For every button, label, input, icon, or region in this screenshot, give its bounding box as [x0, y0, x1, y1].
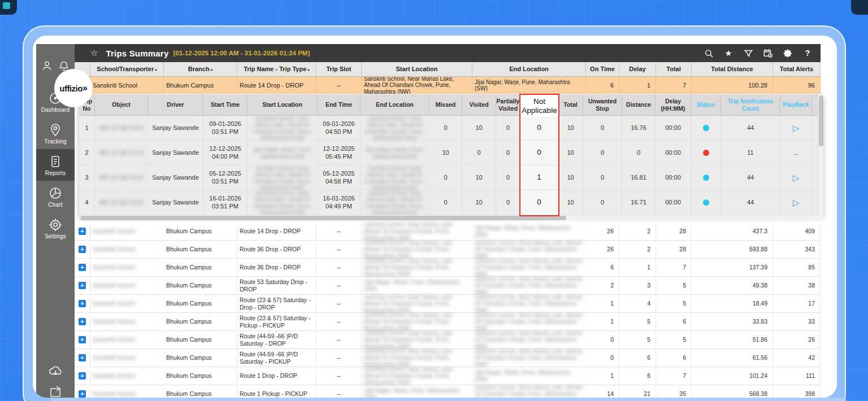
detail-table-row[interactable]: 2 MH 12 QE 5114 Sanjay Sawande 12-12-202… — [79, 141, 823, 165]
total-cell: 5 — [656, 295, 692, 312]
trip-name-cell: Route 36 Drop - DROP — [237, 259, 316, 276]
dh-status[interactable]: Status — [691, 94, 721, 115]
expand-button[interactable]: + — [79, 264, 86, 271]
gear-icon[interactable] — [783, 48, 793, 58]
date-range[interactable]: [01-12-2025 12:00 AM - 31-01-2026 01:24 … — [173, 50, 310, 56]
play-icon[interactable] — [793, 173, 800, 182]
expand-button[interactable]: + — [79, 318, 86, 325]
detail-table-row[interactable]: 3 MH 12 QE 5114 Sanjay Sawande 05-12-202… — [79, 165, 823, 190]
header-end-location[interactable]: End Location — [472, 62, 586, 76]
status-cell — [691, 116, 721, 140]
header-trip-name[interactable]: Trip Name - Trip Type▴ — [237, 62, 316, 76]
end-location-cell: Sanskriti School, Near Manas Lake, Ahead… — [472, 313, 586, 330]
header-on-time[interactable]: On Time — [586, 62, 619, 76]
play-icon[interactable] — [794, 149, 798, 157]
dh-missed[interactable]: Missed — [429, 94, 462, 115]
summary-table-row[interactable]: + Sanskriti School Bhukum Campus Route (… — [75, 349, 821, 367]
dh-trip-notification-count[interactable]: Trip Notification Count — [721, 94, 780, 115]
tracking-icon — [36, 123, 75, 137]
sidebar-item-chart[interactable]: Chart — [36, 181, 75, 212]
expand-button[interactable]: + — [79, 390, 86, 398]
expand-button[interactable]: + — [79, 336, 86, 343]
search-icon[interactable] — [704, 48, 714, 58]
user-icon[interactable] — [41, 60, 53, 73]
share-icon[interactable] — [49, 391, 62, 398]
filter-icon[interactable] — [743, 48, 753, 58]
header-school-transporter[interactable]: School/Transporter▴ — [90, 62, 164, 76]
dh-partially-visited[interactable]: Partially Visited — [496, 94, 520, 115]
scrollbar-thumb[interactable] — [80, 216, 566, 220]
notification-count-cell: 11 — [721, 141, 780, 165]
sidebar-item-tracking[interactable]: Tracking — [36, 117, 75, 149]
expand-button[interactable]: + — [79, 300, 86, 307]
school-cell: Sanskriti School — [90, 367, 164, 385]
dh-playback[interactable]: PlayBack — [780, 94, 812, 115]
summary-table-row[interactable]: + Sanskriti School Bhukum Campus Route 1… — [75, 223, 821, 241]
expand-button[interactable]: + — [79, 228, 86, 235]
header-trip-slot[interactable]: Trip Slot — [316, 62, 362, 76]
dh-end-time[interactable]: End Time — [318, 94, 361, 115]
sidebar-item-settings[interactable]: Settings — [36, 212, 75, 244]
summary-rows: + Sanskriti School Bhukum Campus Route 1… — [75, 223, 821, 398]
playback-cell[interactable] — [780, 165, 812, 190]
expand-button[interactable]: + — [79, 282, 86, 289]
header-total-distance[interactable]: Total Distance — [692, 62, 773, 76]
summary-table-row[interactable]: + Sanskriti School Bhukum Campus Route (… — [75, 295, 821, 313]
header-total-alerts[interactable]: Total Alerts — [773, 62, 821, 76]
dh-object[interactable]: Object — [95, 94, 148, 115]
dh-end-location[interactable]: End Location — [361, 94, 429, 115]
start-location-cell: Sanskriti School, Near Manas Lake, Ahead… — [362, 259, 472, 276]
header-delay[interactable]: Delay — [619, 62, 656, 76]
expand-button[interactable]: + — [79, 354, 86, 361]
expand-button[interactable]: + — [79, 372, 86, 380]
summary-table-row[interactable]: + Sanskriti School Bhukum Campus Route (… — [75, 313, 821, 331]
object-cell: MH 12 QE 5114 — [95, 165, 148, 190]
favorite-star-icon[interactable]: ☆ — [90, 48, 98, 58]
app-window: Dashboard Tracking — [23, 25, 846, 401]
detail-vertical-scrollbar[interactable] — [818, 94, 823, 215]
cloud-download-icon[interactable] — [48, 371, 63, 380]
dh-visited[interactable]: Visited — [462, 94, 496, 115]
notification-count-cell: 44 — [721, 165, 780, 190]
play-icon[interactable] — [793, 124, 800, 132]
summary-table-row[interactable]: + Sanskriti School Bhukum Campus Route 5… — [75, 277, 821, 295]
dh-distance[interactable]: Distance — [622, 94, 656, 115]
summary-table-row[interactable]: + Sanskriti School Bhukum Campus Route 1… — [75, 367, 821, 385]
scrollbar-thumb[interactable] — [819, 95, 823, 146]
dh-unwanted-stop[interactable]: Unwanted Stop — [583, 94, 622, 115]
playback-cell[interactable] — [780, 190, 812, 215]
total-cell: 28 — [656, 241, 692, 258]
playback-cell[interactable] — [780, 116, 812, 140]
end-time-cell: 16-01-2026 04:49 PM — [318, 190, 361, 215]
dh-start-location[interactable]: Start Location — [248, 94, 318, 115]
dh-delay[interactable]: Delay (HH:MM) — [656, 94, 691, 115]
sidebar-item-reports[interactable]: Reports — [36, 149, 75, 181]
on-time-cell: 0 — [586, 331, 619, 348]
summary-table-row[interactable]: + Sanskriti School Bhukum Campus Route 1… — [75, 385, 821, 398]
header-branch[interactable]: Branch▴ — [164, 62, 237, 76]
summary-table-row[interactable]: + Sanskriti School Bhukum Campus Route 3… — [75, 241, 821, 259]
detail-table-row[interactable]: 1 MH 12 QE 5114 Sanjay Sawande 09-01-202… — [79, 116, 823, 141]
dh-driver[interactable]: Driver — [148, 94, 203, 115]
summary-table-row[interactable]: + Sanskriti School Bhukum Campus Route (… — [75, 331, 821, 349]
schedule-icon[interactable] — [763, 48, 773, 58]
header-start-location[interactable]: Start Location — [362, 62, 472, 76]
end-location-cell: Sanskriti School, Near Manas Lake, Ahead… — [472, 295, 586, 312]
expanded-summary-row[interactable]: − Sanskriti School Bhukum Campus Route 1… — [75, 77, 821, 94]
play-icon[interactable] — [793, 198, 800, 207]
detail-horizontal-scrollbar[interactable] — [79, 215, 823, 221]
header-total[interactable]: Total — [656, 62, 692, 76]
detail-table-row[interactable]: 4 MH 12 QE 5114 Sanjay Sawande 16-01-202… — [79, 190, 823, 215]
trip-no-cell: 2 — [79, 141, 95, 165]
uffizio-logo[interactable]: uffizio» — [54, 69, 93, 107]
help-icon[interactable]: ? — [802, 48, 813, 58]
dh-start-time[interactable]: Start Time — [203, 94, 248, 115]
on-time-cell: 6 — [586, 77, 619, 94]
playback-cell[interactable] — [780, 141, 812, 165]
total-cell: 6 — [656, 313, 692, 330]
dh-total[interactable]: Total — [558, 94, 583, 115]
expand-button[interactable]: + — [79, 246, 86, 253]
dh-not-applicable[interactable] — [520, 94, 558, 115]
star-icon[interactable]: ★ — [723, 48, 734, 58]
summary-table-row[interactable]: + Sanskriti School Bhukum Campus Route 3… — [75, 259, 821, 277]
